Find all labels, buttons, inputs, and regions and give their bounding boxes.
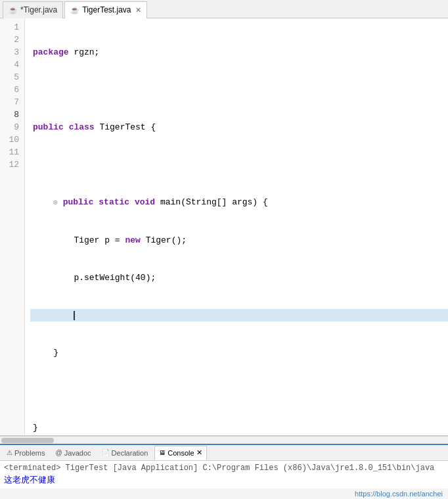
code-line-4	[30, 158, 448, 171]
console-footer: https://blog.csdn.net/anchei	[0, 488, 448, 499]
javadoc-icon: @	[55, 449, 62, 456]
tab-problems-label: Problems	[14, 449, 45, 457]
bottom-tab-bar: ⚠ Problems @ Javadoc 📄 Declaration 🖥 Con…	[0, 445, 448, 461]
console-terminated-text: <terminated> TigerTest [Java Application…	[4, 463, 444, 473]
tab-tiger-java-label: *Tiger.java	[20, 5, 57, 14]
java-file-icon-2: ☕	[70, 6, 79, 14]
console-output-area: <terminated> TigerTest [Java Application…	[0, 461, 448, 488]
tab-javadoc-label: Javadoc	[64, 449, 91, 457]
tab-problems[interactable]: ⚠ Problems	[3, 446, 49, 460]
close-console-icon[interactable]: ✕	[196, 448, 202, 457]
tab-declaration[interactable]: 📄 Declaration	[98, 446, 152, 460]
java-file-icon: ☕	[9, 6, 18, 14]
code-line-1: package rgzn;	[30, 46, 448, 59]
csdn-link: https://blog.csdn.net/anchei	[355, 490, 443, 498]
code-line-11: }	[30, 421, 448, 434]
code-text-area[interactable]: package rgzn; public class TigerTest { ⊙…	[25, 18, 448, 435]
code-line-7: p.setWeight(40);	[30, 272, 448, 284]
console-main-output: 这老虎不健康	[4, 474, 444, 486]
code-line-8	[30, 309, 448, 321]
scrollbar-thumb[interactable]	[1, 438, 54, 443]
line-numbers: 1 2 3 4 5 6 7 8 9 10 11 12	[0, 18, 25, 435]
console-icon: 🖥	[159, 449, 166, 456]
tab-tigertest-java-label: TigerTest.java	[82, 5, 131, 14]
code-line-6: Tiger p = new Tiger();	[30, 234, 448, 247]
close-tab-icon[interactable]: ✕	[135, 6, 141, 14]
tab-tigertest-java[interactable]: ☕ TigerTest.java ✕	[64, 1, 146, 18]
code-editor: 1 2 3 4 5 6 7 8 9 10 11 12 package rgzn;…	[0, 18, 448, 436]
editor-tab-bar: ☕ *Tiger.java ☕ TigerTest.java ✕	[0, 0, 448, 18]
tab-console-label: Console	[168, 449, 194, 457]
code-line-5: ⊙ public static void main(String[] args)…	[30, 196, 448, 209]
code-line-10	[30, 384, 448, 396]
tab-console[interactable]: 🖥 Console ✕	[154, 446, 206, 460]
bottom-panel: ⚠ Problems @ Javadoc 📄 Declaration 🖥 Con…	[0, 444, 448, 499]
problems-icon: ⚠	[7, 449, 12, 456]
tab-tiger-java[interactable]: ☕ *Tiger.java	[3, 1, 63, 18]
code-line-9: }	[30, 346, 448, 359]
tab-declaration-label: Declaration	[112, 449, 148, 457]
declaration-icon: 📄	[102, 449, 110, 456]
code-line-2	[30, 83, 448, 96]
code-line-3: public class TigerTest {	[30, 121, 448, 133]
tab-javadoc[interactable]: @ Javadoc	[51, 446, 95, 460]
horizontal-scrollbar[interactable]	[0, 436, 448, 444]
